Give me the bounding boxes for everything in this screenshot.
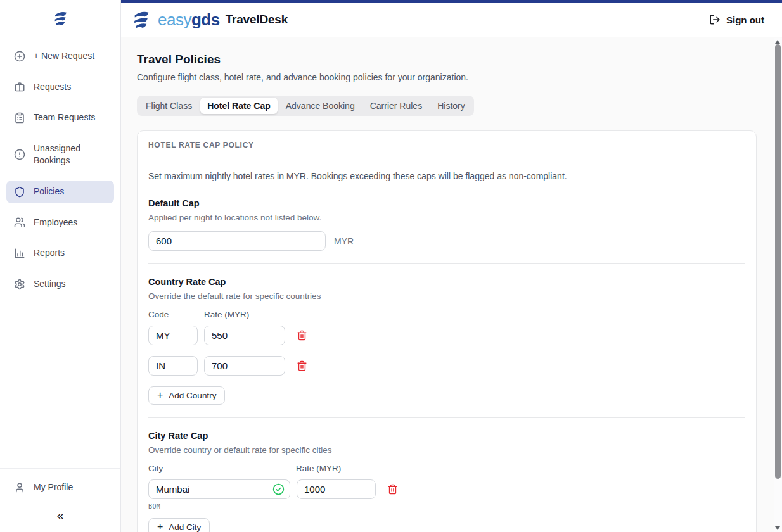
sidebar-item-label: Policies (34, 186, 64, 198)
scrollbar-thumb[interactable] (775, 44, 781, 479)
page-subtitle: Configure flight class, hotel rate, and … (137, 72, 757, 82)
user-icon (14, 482, 25, 493)
country-code-input[interactable] (148, 326, 198, 345)
sidebar: + New Request Requests Team Requests Una… (0, 0, 121, 532)
sidebar-item-settings[interactable]: Settings (6, 273, 114, 296)
main-area: easygds TravelDesk Sign out Travel Polic… (121, 0, 782, 532)
default-cap-label: Default Cap (148, 198, 745, 208)
gear-icon (14, 279, 25, 290)
tab-advance-booking[interactable]: Advance Booking (279, 98, 362, 114)
sign-out-label: Sign out (726, 15, 764, 25)
tab-hotel-rate-cap[interactable]: Hotel Rate Cap (200, 98, 278, 114)
sidebar-item-label: Team Requests (34, 111, 95, 124)
sidebar-item-label: Settings (34, 278, 66, 291)
easygds-logo-icon (52, 10, 69, 27)
sidebar-item-label: + New Request (34, 50, 94, 63)
sidebar-item-label: Unassigned Bookings (34, 142, 105, 167)
currency-label: MYR (334, 236, 354, 246)
delete-country-button[interactable] (297, 330, 307, 341)
add-country-label: Add Country (169, 391, 216, 400)
sidebar-item-new-request[interactable]: + New Request (6, 45, 114, 68)
add-city-button[interactable]: + Add City (148, 518, 210, 532)
sidebar-footer: My Profile « (0, 468, 120, 532)
plus-circle-icon (14, 51, 25, 62)
code-column-header: Code (148, 310, 204, 319)
city-name-input[interactable] (148, 479, 290, 499)
card-body: Set maximum nightly hotel rates in MYR. … (138, 158, 756, 532)
country-rate-input[interactable] (204, 326, 285, 345)
sidebar-item-label: Reports (34, 247, 65, 260)
country-cap-label: Country Rate Cap (148, 277, 745, 287)
policy-description: Set maximum nightly hotel rates in MYR. … (148, 171, 745, 181)
sidebar-item-employees[interactable]: Employees (6, 212, 114, 234)
check-circle-icon (272, 483, 285, 495)
country-column-headers: Code Rate (MYR) (148, 310, 745, 319)
city-cap-label: City Rate Cap (148, 431, 745, 441)
sidebar-item-my-profile[interactable]: My Profile (6, 476, 114, 499)
top-header: easygds TravelDesk Sign out (121, 3, 782, 37)
tab-carrier-rules[interactable]: Carrier Rules (363, 98, 429, 114)
alert-circle-icon (14, 149, 25, 160)
country-code-input[interactable] (148, 356, 198, 376)
country-rate-input[interactable] (204, 356, 285, 376)
bar-chart-icon (14, 248, 25, 259)
plus-icon: + (157, 390, 163, 400)
sidebar-item-policies[interactable]: Policies (6, 180, 114, 203)
add-country-button[interactable]: + Add Country (148, 386, 225, 405)
logo-easy-text: easy (158, 10, 191, 29)
page-content: Travel Policies Configure flight class, … (121, 37, 782, 532)
add-city-label: Add City (169, 522, 201, 532)
sidebar-item-reports[interactable]: Reports (6, 242, 114, 265)
sidebar-item-label: Employees (34, 217, 77, 229)
sidebar-item-label: Requests (34, 81, 71, 94)
city-column-headers: City Rate (MYR) (148, 464, 745, 473)
sidebar-item-unassigned-bookings[interactable]: Unassigned Bookings (6, 137, 114, 172)
tab-history[interactable]: History (430, 98, 472, 114)
policy-tabs: Flight Class Hotel Rate Cap Advance Book… (137, 96, 474, 116)
section-divider (148, 263, 745, 264)
scroll-up-arrow-icon[interactable] (775, 40, 780, 44)
rate-column-header: Rate (MYR) (296, 464, 341, 473)
hotel-rate-cap-card: HOTEL RATE CAP POLICY Set maximum nightl… (137, 130, 757, 532)
trash-icon (297, 330, 307, 341)
sidebar-collapse-button[interactable]: « (53, 508, 68, 523)
delete-country-button[interactable] (297, 360, 307, 371)
sidebar-item-label: My Profile (34, 481, 73, 494)
country-row (148, 356, 745, 376)
trash-icon (297, 360, 307, 371)
sidebar-item-team-requests[interactable]: Team Requests (6, 106, 114, 129)
vertical-scrollbar (774, 38, 782, 532)
shield-icon (14, 186, 25, 198)
city-input-wrapper (148, 479, 290, 499)
city-row (148, 479, 745, 499)
tab-flight-class[interactable]: Flight Class (139, 98, 199, 114)
sidebar-item-requests[interactable]: Requests (6, 76, 114, 99)
country-cap-hint: Override the default rate for specific c… (148, 291, 745, 301)
briefcase-icon (14, 81, 25, 92)
city-cap-hint: Override country or default rate for spe… (148, 445, 745, 455)
delete-city-button[interactable] (387, 484, 398, 495)
app-window: + New Request Requests Team Requests Una… (0, 0, 782, 532)
city-iata-code: BOM (148, 503, 745, 510)
brand-logo: easygds TravelDesk (129, 10, 288, 30)
users-icon (14, 217, 25, 228)
easygds-logo-icon (129, 10, 153, 30)
default-cap-input[interactable] (148, 231, 326, 251)
clipboard-icon (14, 112, 25, 124)
trash-icon (387, 484, 398, 495)
sidebar-nav: + New Request Requests Team Requests Una… (0, 37, 120, 468)
scroll-down-arrow-icon[interactable] (775, 526, 780, 530)
default-cap-row: MYR (148, 231, 745, 251)
sign-out-button[interactable]: Sign out (705, 13, 768, 26)
logout-icon (709, 14, 721, 25)
country-row (148, 326, 745, 345)
sidebar-logo (0, 0, 120, 37)
plus-icon: + (157, 522, 163, 532)
app-name: TravelDesk (226, 13, 288, 27)
city-rate-input[interactable] (297, 479, 376, 499)
city-column-header: City (148, 464, 296, 473)
logo-gds-text: gds (191, 10, 220, 29)
brand-wordmark: easygds (158, 10, 220, 30)
rate-column-header: Rate (MYR) (204, 310, 249, 319)
default-cap-hint: Applied per night to locations not liste… (148, 213, 745, 222)
